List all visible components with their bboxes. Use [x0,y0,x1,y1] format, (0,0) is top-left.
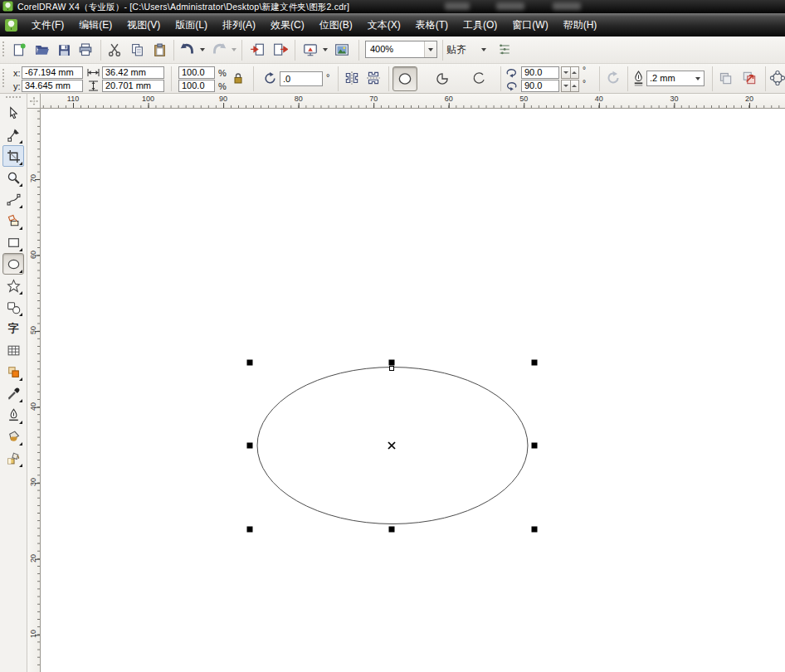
flyout-indicator [19,183,22,187]
menu-item-file[interactable]: 文件(F) [24,13,71,37]
wrap-paragraph-text-button[interactable] [717,70,734,86]
tool-shape[interactable] [2,124,24,145]
cut-button[interactable] [104,39,125,61]
object-width-field[interactable]: 36.42 mm [102,66,164,79]
separator [171,66,172,91]
ellipse-mode-button[interactable] [392,66,417,91]
tool-freehand[interactable] [2,188,24,210]
new-document-button[interactable] [8,39,30,61]
menu-item-table[interactable]: 表格(T) [408,13,456,37]
degree-sign: ° [583,66,586,75]
redo-button[interactable] [208,39,230,61]
tool-basic-shapes[interactable] [2,296,24,318]
end-angle-spinner[interactable] [561,80,579,92]
menu-item-layout[interactable]: 版面(L) [168,13,215,37]
menu-item-tools[interactable]: 工具(O) [456,13,505,37]
tool-table[interactable] [2,339,24,361]
horizontal-ruler[interactable]: 1101009080706050403020 [41,94,785,109]
copy-button[interactable] [126,39,148,61]
application-launcher-button[interactable] [300,39,321,61]
quick-customize-button[interactable] [769,70,785,86]
menu-item-window[interactable]: 窗口(W) [505,13,555,37]
selection-handle[interactable] [532,443,538,449]
menu-item-arrange[interactable]: 排列(A) [215,13,263,37]
scale-horizontal-field[interactable]: 100.0 [178,66,215,79]
start-angle-field[interactable]: 90.0 [521,66,559,79]
separator [100,40,101,61]
snap-dropdown[interactable] [480,39,487,61]
tool-pick[interactable] [2,102,24,124]
menu-item-bitmaps[interactable]: 位图(B) [312,13,360,37]
tool-eyedropper[interactable] [2,382,24,404]
export-button[interactable] [270,39,291,61]
rotation-angle-field[interactable]: .0 [280,71,323,86]
toolbox-grip[interactable] [6,96,21,99]
selection-handle[interactable] [247,443,253,449]
menu-item-edit[interactable]: 编辑(E) [71,13,119,37]
mirror-vertical-button[interactable] [365,70,382,86]
options-button[interactable] [493,39,514,61]
x-position-field[interactable]: -67.194 mm [22,66,83,79]
tool-interactive-fill[interactable] [2,447,24,469]
paste-button[interactable] [149,39,170,61]
tool-smart-fill[interactable] [2,210,24,231]
selection-center-mark[interactable] [388,442,395,449]
document-icon [4,18,18,32]
selection-handle[interactable] [247,360,253,366]
ruler-origin[interactable] [27,94,41,109]
print-button[interactable] [75,39,96,61]
outline-width-combo[interactable]: .2 mm [646,71,705,86]
snap-button[interactable]: 贴齐 [446,41,466,59]
tool-fill[interactable] [2,426,24,447]
selection-handle[interactable] [532,360,538,366]
selection-handle[interactable] [389,527,395,533]
tool-blend[interactable] [2,361,24,382]
selection-handle[interactable] [389,360,395,366]
mirror-horizontal-button[interactable] [344,70,360,86]
selection-handle[interactable] [532,527,538,533]
scale-lock-icon[interactable] [232,72,244,85]
tool-text[interactable]: 字 [2,318,24,339]
zoom-level-combo[interactable]: 400% [365,41,437,58]
menu-item-text[interactable]: 文本(X) [360,13,408,37]
tool-rectangle[interactable] [2,231,24,253]
clockwise-direction-button[interactable] [605,70,622,86]
tool-crop[interactable] [2,145,24,167]
launcher-dropdown[interactable] [321,39,329,61]
import-button[interactable] [246,39,268,61]
end-angle-field[interactable]: 90.0 [521,80,559,92]
vruler-label: 10 [29,628,37,640]
start-angle-spinner[interactable] [561,66,579,79]
selection-handle[interactable] [247,527,253,533]
open-button[interactable] [32,39,53,61]
end-angle-icon [505,80,518,92]
propbar-grip[interactable] [2,69,4,88]
ellipse-node[interactable] [390,367,394,371]
drawing-canvas[interactable] [41,109,785,672]
tool-ellipse[interactable] [2,253,24,275]
redo-dropdown[interactable] [230,39,237,61]
y-position-field[interactable]: 34.645 mm [22,80,83,92]
object-width-icon [87,67,100,78]
fullscreen-preview-button[interactable] [331,39,353,61]
arc-mode-button[interactable] [466,66,491,91]
vertical-ruler[interactable]: 70605040302010 [27,109,41,672]
scale-vertical-field[interactable]: 100.0 [178,80,215,92]
tool-outline-pen[interactable] [2,404,24,426]
pie-mode-button[interactable] [430,66,455,91]
undo-dropdown[interactable] [198,39,206,61]
app-logo-icon [2,1,13,12]
zoom-combo-dropdown[interactable] [424,41,436,57]
separator [712,66,713,91]
separator [500,66,501,91]
tool-polygon[interactable] [2,275,24,296]
toolbar-grip[interactable] [2,41,4,58]
tool-zoom[interactable] [2,167,24,188]
menu-item-view[interactable]: 视图(V) [119,13,168,37]
object-height-field[interactable]: 20.701 mm [102,80,164,92]
convert-to-curves-button[interactable] [741,70,758,86]
save-button[interactable] [53,39,75,61]
menu-item-help[interactable]: 帮助(H) [556,13,605,37]
undo-button[interactable] [177,39,198,61]
menu-item-effects[interactable]: 效果(C) [263,13,312,37]
